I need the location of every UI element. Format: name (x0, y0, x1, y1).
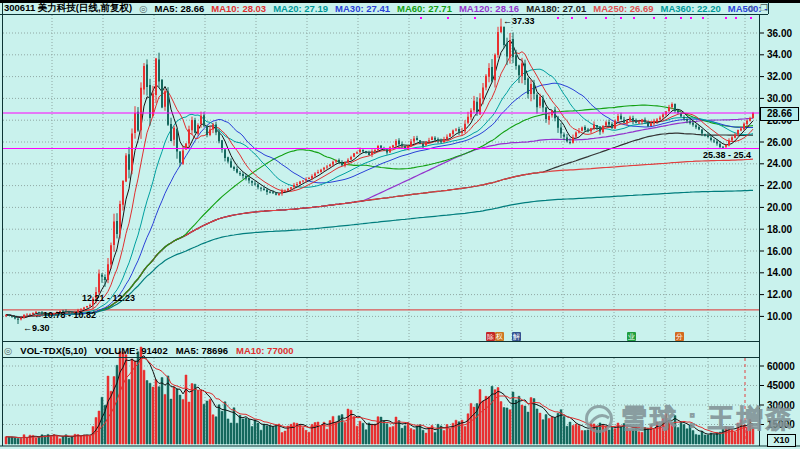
overlay-toggle-icon[interactable]: ◎ (139, 3, 147, 14)
price-ma5-line (6, 40, 753, 318)
price-tick-label: 12.00 (767, 289, 800, 300)
price-ma180-line (6, 133, 753, 317)
vol-ma10-value: MA10: 77000 (236, 345, 294, 356)
peak-label: ←37.33 (503, 16, 535, 26)
ma10-value: MA10: 28.03 (211, 3, 266, 14)
down-candle-bodies (8, 27, 724, 320)
ma30-value: MA30: 27.41 (335, 3, 390, 14)
price-tick-label: 32.00 (767, 71, 800, 82)
up-candle-bodies (5, 27, 754, 320)
price-tick-label: 16.00 (767, 246, 800, 257)
tdx-chart-window: 300611 美力科技(日线,前复权)◎MA5: 28.66MA10: 28.0… (0, 0, 800, 449)
diamond-marker-icon[interactable]: ◇ (748, 3, 755, 13)
last-price-badge: 28.66 (760, 107, 799, 121)
vol-indicator-title: VOL-TDX(5,10) (20, 345, 87, 356)
gap-label-12: 12.21 - 12.23 (82, 293, 135, 303)
down-candle-wicks (9, 26, 723, 324)
window-restore-icon[interactable]: ❐ (760, 3, 768, 13)
ma120-value: MA120: 28.16 (459, 3, 519, 14)
volume-tick-label: 60000 (767, 361, 800, 372)
volume-tick-label: 15000 (767, 419, 800, 430)
exright-marker-2[interactable]: 权 (495, 332, 504, 341)
price-tick-label: 24.00 (767, 158, 800, 169)
ma250-value: MA250: 26.69 (593, 3, 653, 14)
price-tick-label: 18.00 (767, 224, 800, 235)
exright-marker-1[interactable]: 除 (486, 332, 495, 341)
gap-label-10: ←10.78 - 10.82 (34, 310, 96, 320)
volume-unit-label: X10 (767, 434, 796, 447)
price-tick-label: 34.00 (767, 49, 800, 60)
ma360-value: MA360: 22.20 (661, 3, 721, 14)
up-candle-wicks (6, 19, 753, 321)
chart-canvas (0, 0, 800, 449)
price-tick-label: 20.00 (767, 202, 800, 213)
volume-value: VOLUME: 91402 (95, 345, 168, 356)
price-tick-label: 30.00 (767, 93, 800, 104)
price-tick-label: 10.00 (767, 311, 800, 322)
dip-label: 25.38 - 25.4 (703, 150, 751, 160)
price-ma60-line (6, 105, 753, 317)
price-tick-label: 36.00 (767, 28, 800, 39)
ma180-value: MA180: 27.01 (526, 3, 586, 14)
ma5-value: MA5: 28.66 (155, 3, 205, 14)
stock-title: 300611 美力科技(日线,前复权) (4, 2, 132, 15)
low-label: ←9.30 (23, 323, 50, 333)
indicator-header: 300611 美力科技(日线,前复权)◎MA5: 28.66MA10: 28.0… (4, 3, 767, 14)
volume-tick-label: 30000 (767, 400, 800, 411)
drawn-level-lines (3, 113, 759, 149)
price-tick-label: 14.00 (767, 267, 800, 278)
unlock-marker[interactable]: 解 (512, 332, 521, 341)
ma20-value: MA20: 27.19 (273, 3, 328, 14)
header-separator (768, 2, 769, 14)
vol-toggle-icon[interactable]: ◎ (4, 345, 12, 356)
price-ma30-line (6, 83, 753, 317)
volume-tick-label: 45000 (767, 380, 800, 391)
price-ma10-line (6, 52, 753, 317)
dividend-marker[interactable]: 分 (675, 332, 684, 341)
price-tick-label: 22.00 (767, 180, 800, 191)
earnings-marker[interactable]: 业 (627, 332, 636, 341)
price-tick-label: 26.00 (767, 137, 800, 148)
volume-indicator-header: ◎VOL-TDX(5,10)VOLUME: 91402MA5: 78696MA1… (4, 344, 294, 356)
vol-ma5-value: MA5: 78696 (176, 345, 228, 356)
ma60-value: MA60: 27.71 (397, 3, 452, 14)
